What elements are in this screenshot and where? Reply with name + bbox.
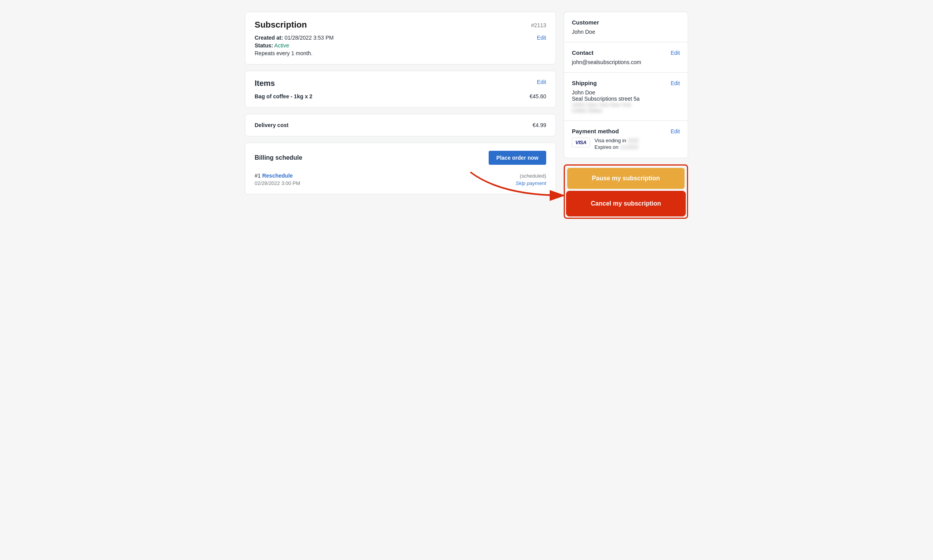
schedule-status: (scheduled) xyxy=(520,173,546,179)
shipping-title: Shipping xyxy=(572,80,597,86)
subscription-edit-link[interactable]: Edit xyxy=(537,35,546,41)
ending-number: 4242 xyxy=(627,138,639,143)
shipping-street: Seal Subscriptions street 5a xyxy=(572,96,680,102)
shipping-name: John Doe xyxy=(572,89,680,96)
cancel-wrapper: Cancel my subscription xyxy=(567,192,685,215)
delivery-row: Delivery cost €4.99 xyxy=(255,122,546,128)
item-price: €45.60 xyxy=(529,93,546,99)
shipping-edit-link[interactable]: Edit xyxy=(671,80,680,86)
items-edit-link[interactable]: Edit xyxy=(537,79,546,85)
items-card: Items Edit Bag of coffee - 1kg x 2 €45.6… xyxy=(245,71,556,108)
card-expires: Expires on 11/2025 xyxy=(594,144,639,150)
delivery-price: €4.99 xyxy=(533,122,546,128)
shipping-country: United States xyxy=(572,108,680,113)
payment-edit-link[interactable]: Edit xyxy=(671,128,680,134)
pause-subscription-button[interactable]: Pause my subscription xyxy=(567,168,685,189)
schedule-number: #1 xyxy=(255,173,261,179)
cancel-subscription-button[interactable]: Cancel my subscription xyxy=(567,192,685,215)
payment-title: Payment method xyxy=(572,128,619,134)
customer-card: Customer John Doe xyxy=(564,12,688,42)
action-section: Pause my subscription Cancel my subscrip… xyxy=(564,164,688,219)
schedule-item: #1 Reschedule 02/28/2022 3:00 PM (schedu… xyxy=(255,173,546,186)
created-value: 01/28/2022 3:53 PM xyxy=(285,35,334,41)
item-name: Bag of coffee - 1kg x 2 xyxy=(255,93,313,99)
customer-title: Customer xyxy=(572,19,599,26)
status-row: Status: Active xyxy=(255,42,546,49)
customer-name: John Doe xyxy=(572,29,680,35)
card-ending: Visa ending in 4242 xyxy=(594,138,639,143)
items-title: Items xyxy=(255,79,275,88)
payment-row: VISA Visa ending in 4242 Expires on 11/2… xyxy=(572,138,680,151)
created-row: Created at: 01/28/2022 3:53 PM Edit xyxy=(255,35,546,41)
contact-title: Contact xyxy=(572,49,594,56)
shipping-city: 10001 New York New York xyxy=(572,102,680,108)
status-value: Active xyxy=(274,42,289,49)
expires-text: Expires on xyxy=(594,144,618,150)
shipping-card: Shipping Edit John Doe Seal Subscription… xyxy=(564,72,688,120)
billing-title: Billing schedule xyxy=(255,154,302,161)
cancel-highlight-box: Pause my subscription Cancel my subscrip… xyxy=(564,164,688,219)
main-column: Subscription #2113 Created at: 01/28/202… xyxy=(245,12,556,219)
payment-details: Visa ending in 4242 Expires on 11/2025 xyxy=(594,138,639,151)
side-column: Customer John Doe Contact Edit john@seal… xyxy=(564,12,688,219)
reschedule-link[interactable]: Reschedule xyxy=(262,173,293,179)
schedule-date: 02/28/2022 3:00 PM xyxy=(255,180,300,186)
delivery-card: Delivery cost €4.99 xyxy=(245,114,556,136)
expires-value: 11/2025 xyxy=(620,144,638,150)
delivery-label: Delivery cost xyxy=(255,122,288,128)
contact-edit-link[interactable]: Edit xyxy=(671,50,680,56)
schedule-right: (scheduled) Skip payment xyxy=(515,173,546,186)
status-label: Status: xyxy=(255,42,273,49)
visa-badge: VISA xyxy=(572,138,590,147)
place-order-button[interactable]: Place order now xyxy=(489,151,546,165)
created-label: Created at: xyxy=(255,35,283,41)
subscription-card: Subscription #2113 Created at: 01/28/202… xyxy=(245,12,556,65)
subscription-number: #2113 xyxy=(531,22,546,28)
contact-card: Contact Edit john@sealsubscriptions.com xyxy=(564,42,688,72)
billing-card: Billing schedule Place order now #1 Resc… xyxy=(245,143,556,194)
ending-text: Visa ending in xyxy=(594,138,626,143)
skip-payment-link[interactable]: Skip payment xyxy=(515,180,546,186)
item-row: Bag of coffee - 1kg x 2 €45.60 xyxy=(255,93,546,99)
payment-card: Payment method Edit VISA Visa ending in … xyxy=(564,120,688,158)
contact-email: john@sealsubscriptions.com xyxy=(572,59,680,65)
subscription-title: Subscription xyxy=(255,20,307,30)
schedule-left: #1 Reschedule 02/28/2022 3:00 PM xyxy=(255,173,300,186)
repeats-text: Repeats every 1 month. xyxy=(255,50,546,56)
